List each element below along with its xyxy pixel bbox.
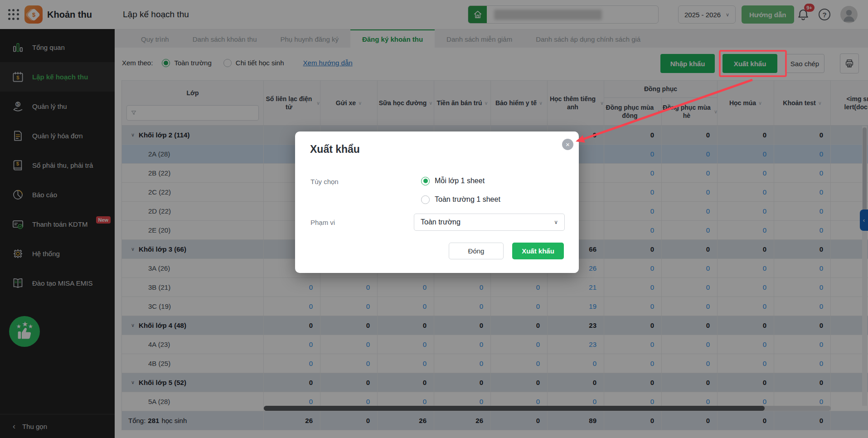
export-modal: Xuất khẩu × Tùy chọn Mỗi lớp 1 sheetToàn…	[295, 131, 579, 273]
app-screen: $ Khoản thu Lập kế hoạch thu 2025 - 2026…	[0, 0, 868, 438]
chevron-down-icon: ∨	[554, 219, 558, 225]
export-option-radio-1[interactable]: Toàn trường 1 sheet	[421, 194, 500, 205]
close-icon[interactable]: ×	[562, 139, 573, 150]
modal-title: Xuất khẩu	[310, 143, 360, 156]
export-option-radio-0[interactable]: Mỗi lớp 1 sheet	[421, 175, 500, 187]
option-label: Tùy chọn	[310, 178, 339, 185]
radio-icon	[421, 177, 430, 185]
scope-value: Toàn trường	[421, 218, 461, 226]
radio-icon	[421, 195, 430, 204]
modal-export-button[interactable]: Xuất khẩu	[512, 243, 564, 259]
scope-label: Phạm vi	[310, 219, 335, 226]
radio-label: Mỗi lớp 1 sheet	[435, 177, 485, 185]
scope-dropdown[interactable]: Toàn trường ∨	[414, 214, 565, 231]
modal-close-button[interactable]: Đóng	[449, 243, 504, 259]
radio-label: Toàn trường 1 sheet	[435, 195, 500, 204]
